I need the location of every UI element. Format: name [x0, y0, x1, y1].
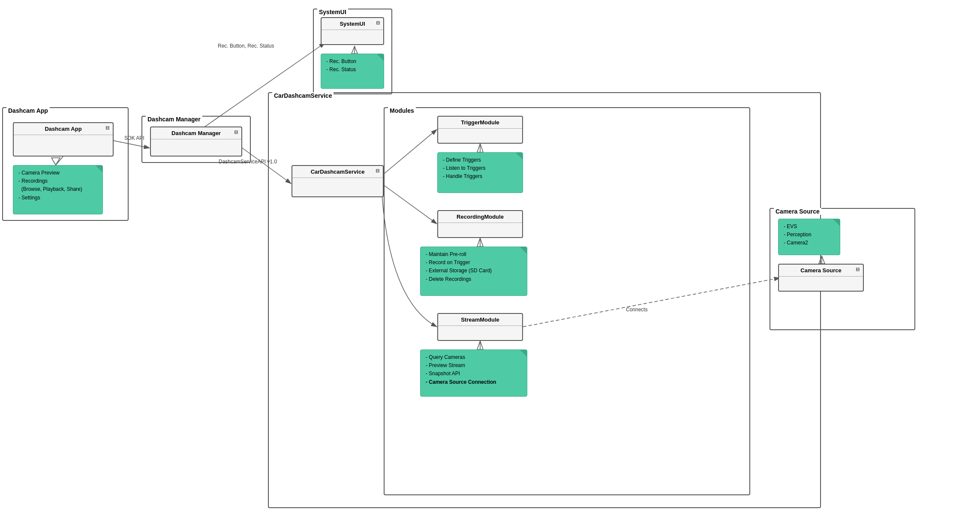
- rec-button-label: Rec. Button, Rec. Status: [218, 43, 274, 49]
- stream-module-features: - Query Cameras - Preview Stream - Snaps…: [420, 349, 527, 397]
- systemui-feature-1: - Rec. Button: [326, 57, 379, 66]
- systemui-container-label: SystemUI: [317, 9, 348, 15]
- trigger-feature-2: - Listen to Triggers: [443, 164, 517, 172]
- recording-feature-3: - External Storage (SD Card): [426, 267, 522, 275]
- recording-feature-2: - Record on Trigger: [426, 259, 522, 267]
- camera-source-features: - EVS - Perception - Camera2: [778, 219, 840, 255]
- dashcam-app-features: - Camera Preview - Recordings (Browse, P…: [13, 165, 103, 214]
- dashcam-manager-icon: ⊟: [234, 130, 238, 135]
- trigger-feature-3: - Handle Triggers: [443, 172, 517, 181]
- dashcam-manager-container-label: Dashcam Manager: [146, 116, 202, 123]
- camera-source-container-label: Camera Source: [774, 208, 821, 215]
- car-dashcam-service-icon: ⊟: [376, 168, 379, 174]
- camera-source-inner-box: ⊟ Camera Source: [778, 264, 864, 292]
- dashcam-manager-title: ⊟ Dashcam Manager: [151, 127, 241, 139]
- dashcam-manager-inner-box: ⊟ Dashcam Manager: [150, 126, 242, 157]
- systemui-inner-box: ⊟ SystemUI: [321, 17, 384, 45]
- camera-source-title: ⊟ Camera Source: [779, 265, 863, 277]
- dashcam-feature-2: - Recordings: [18, 177, 97, 185]
- stream-feature-2: - Preview Stream: [426, 361, 522, 370]
- trigger-module-inner-box: TriggerModule: [437, 116, 523, 144]
- recording-feature-4: - Delete Recordings: [426, 275, 522, 283]
- stream-feature-1: - Query Cameras: [426, 353, 522, 361]
- trigger-module-features: - Define Triggers - Listen to Triggers -…: [437, 152, 523, 193]
- dashcam-app-inner-box: ⊟ Dashcam App: [13, 122, 114, 157]
- car-dashcam-service-label: CarDashcamService: [272, 92, 334, 99]
- camera-feature-3: - Camera2: [784, 239, 835, 247]
- recording-module-title: RecordingModule: [438, 211, 522, 223]
- dashcam-app-container-label: Dashcam App: [6, 107, 50, 114]
- camera-source-icon: ⊟: [856, 267, 860, 272]
- dashcam-feature-1: - Camera Preview: [18, 169, 97, 177]
- dashcam-app-title: ⊟ Dashcam App: [14, 123, 113, 135]
- recording-feature-1: - Maintain Pre-roll: [426, 250, 522, 259]
- camera-feature-1: - EVS: [784, 223, 835, 231]
- modules-label: Modules: [388, 107, 416, 114]
- car-dashcam-service-inner-box: ⊟ CarDashcamService: [292, 165, 384, 197]
- systemui-icon: ⊟: [376, 20, 380, 26]
- stream-feature-4: - Camera Source Connection: [426, 378, 522, 386]
- camera-feature-2: - Perception: [784, 231, 835, 239]
- stream-module-title: StreamModule: [438, 314, 522, 326]
- recording-module-features: - Maintain Pre-roll - Record on Trigger …: [420, 247, 527, 296]
- stream-module-inner-box: StreamModule: [437, 313, 523, 341]
- systemui-feature-2: - Rec. Status: [326, 66, 379, 74]
- trigger-module-title: TriggerModule: [438, 117, 522, 129]
- diagram-container: SDK API DashcamServiceAPI v1.0 Rec. Butt…: [0, 0, 980, 518]
- dashcam-feature-3: (Browse, Playback, Share): [18, 185, 97, 193]
- stream-feature-3: - Snapshot API: [426, 370, 522, 378]
- systemui-features: - Rec. Button - Rec. Status: [321, 54, 384, 89]
- dashcam-app-icon: ⊟: [105, 125, 109, 131]
- car-dashcam-service-title: ⊟ CarDashcamService: [292, 166, 383, 178]
- systemui-title: ⊟ SystemUI: [322, 18, 383, 30]
- dashcam-feature-4: - Settings: [18, 194, 97, 202]
- trigger-feature-1: - Define Triggers: [443, 156, 517, 164]
- recording-module-inner-box: RecordingModule: [437, 210, 523, 238]
